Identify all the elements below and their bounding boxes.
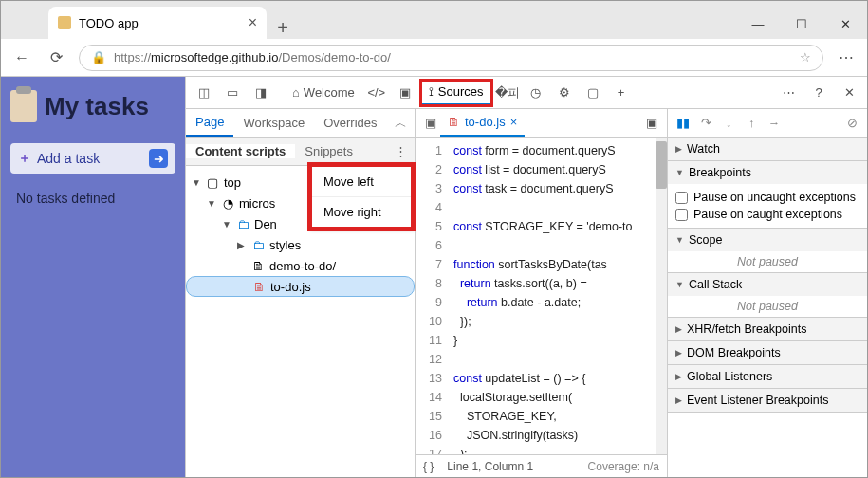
refresh-button[interactable]: ⟳ — [45, 48, 67, 66]
editor-file-tab[interactable]: 🗎 to-do.js × — [440, 109, 525, 137]
url-bar: ← ⟳ 🔒 https://microsoftedge.github.io/De… — [1, 39, 867, 77]
step-into-icon[interactable]: ↓ — [719, 117, 738, 130]
site-info-icon[interactable]: 🔒 — [91, 50, 106, 64]
tab-add-icon[interactable]: + — [609, 85, 634, 100]
section-xhr[interactable]: ▶XHR/fetch Breakpoints — [668, 318, 867, 340]
help-icon[interactable]: ? — [806, 85, 831, 100]
section-event[interactable]: ▶Event Listener Breakpoints — [668, 389, 867, 412]
step-over-icon[interactable]: ↷ — [696, 116, 715, 130]
address-field[interactable]: 🔒 https://microsoftedge.github.io/Demos/… — [79, 45, 823, 71]
ctx-move-right[interactable]: Move right — [312, 197, 411, 227]
code-editor: ▣ 🗎 to-do.js × ▣ 12345678910111213141516… — [416, 109, 668, 477]
close-window-button[interactable]: ✕ — [823, 9, 867, 39]
ctx-move-left[interactable]: Move left — [312, 167, 411, 197]
callstack-not-paused: Not paused — [668, 296, 867, 317]
add-task-button[interactable]: ＋ Add a task ➜ — [10, 143, 175, 174]
devtools-panel: ◫ ▭ ◨ ⌂Welcome </> ▣ ⟟ Sources �피 ◷ ⚙ ▢ … — [185, 77, 867, 477]
editor-toggle-icon[interactable]: ▣ — [642, 116, 661, 130]
deactivate-bp-icon[interactable]: ⊘ — [842, 116, 861, 130]
home-icon: ⌂ — [292, 85, 300, 100]
submit-icon[interactable]: ➜ — [149, 149, 168, 168]
tab-application-icon[interactable]: ▢ — [581, 85, 605, 100]
tab-performance-icon[interactable]: ◷ — [524, 85, 548, 100]
editor-status-bar: { } Line 1, Column 1 Coverage: n/a — [416, 454, 667, 477]
clipboard-icon — [10, 90, 37, 122]
device-icon[interactable]: ▭ — [220, 85, 245, 100]
sources-navigator: Page Workspace Overrides ︿ Content scrip… — [186, 109, 416, 477]
back-button[interactable]: ← — [10, 49, 33, 66]
tab-network-icon[interactable]: �피 — [495, 84, 520, 101]
devtools-toolbar: ◫ ▭ ◨ ⌂Welcome </> ▣ ⟟ Sources �피 ◷ ⚙ ▢ … — [186, 77, 867, 109]
nav-tab-workspace[interactable]: Workspace — [233, 109, 314, 137]
debug-controls: ▮▮ ↷ ↓ ↑ → ⊘ — [668, 109, 867, 138]
tree-item-folder2[interactable]: ▶🗀styles — [186, 234, 415, 255]
inspect-icon[interactable]: ◫ — [192, 85, 216, 100]
nav-more-icon[interactable]: ⋮ — [387, 144, 415, 158]
empty-state-text: No tasks defined — [10, 191, 175, 206]
tab-title: TODO app — [79, 16, 139, 30]
section-breakpoints[interactable]: ▼Breakpoints — [668, 161, 867, 184]
window-titlebar: TODO app × + — ☐ ✕ — [1, 1, 867, 39]
step-out-icon[interactable]: ↑ — [742, 117, 761, 130]
section-callstack[interactable]: ▼Call Stack — [668, 273, 867, 296]
nav-collapse-icon[interactable]: ︿ — [387, 115, 415, 132]
url-path: /Demos/demo-to-do/ — [278, 50, 391, 64]
pause-uncaught-checkbox[interactable]: Pause on uncaught exceptions — [675, 189, 859, 206]
page-title: My tasks — [45, 92, 149, 121]
nav-sub-snippets[interactable]: Snippets — [295, 144, 362, 158]
file-nav-icon[interactable]: ▣ — [421, 116, 440, 130]
tab-elements-icon[interactable]: </> — [364, 85, 389, 100]
devtools-close-icon[interactable]: ✕ — [837, 85, 861, 100]
section-watch[interactable]: ▶Watch — [668, 138, 867, 160]
scope-not-paused: Not paused — [668, 251, 867, 272]
url-host: microsoftedge.github.io — [151, 50, 278, 64]
menu-button[interactable]: ⋯ — [835, 48, 858, 66]
tree-item-file1[interactable]: 🗎demo-to-do/ — [186, 255, 415, 276]
page-content: My tasks ＋ Add a task ➜ No tasks defined — [1, 77, 185, 477]
new-tab-button[interactable]: + — [267, 17, 299, 39]
favorite-icon[interactable]: ☆ — [800, 50, 811, 64]
window-controls: — ☐ ✕ — [736, 9, 867, 39]
tab-memory-icon[interactable]: ⚙ — [552, 85, 577, 100]
scrollbar-thumb[interactable] — [656, 141, 667, 189]
tab-welcome[interactable]: ⌂Welcome — [286, 85, 360, 100]
section-scope[interactable]: ▼Scope — [668, 229, 867, 251]
bug-icon: ⟟ — [429, 84, 434, 100]
url-scheme: https:// — [114, 50, 151, 64]
coverage-status: Coverage: n/a — [588, 460, 659, 473]
minimize-button[interactable]: — — [736, 9, 780, 39]
bracket-icon[interactable]: { } — [423, 460, 434, 473]
nav-sub-content-scripts[interactable]: Content scripts — [186, 144, 295, 158]
nav-tab-page[interactable]: Page — [186, 109, 233, 137]
nav-tab-overrides[interactable]: Overrides — [314, 109, 386, 137]
section-global[interactable]: ▶Global Listeners — [668, 365, 867, 388]
close-file-icon[interactable]: × — [510, 115, 518, 129]
debugger-pane: ▮▮ ↷ ↓ ↑ → ⊘ ▶Watch ▼Breakpoints Pause o… — [668, 109, 867, 477]
code-area[interactable]: 12345678910111213141516171819 const form… — [416, 138, 667, 454]
context-menu: Move left Move right — [309, 164, 414, 230]
section-dom[interactable]: ▶DOM Breakpoints — [668, 341, 867, 364]
cursor-position: Line 1, Column 1 — [447, 460, 533, 473]
browser-tab[interactable]: TODO app × — [48, 7, 267, 39]
pause-icon[interactable]: ▮▮ — [674, 116, 693, 130]
tab-close-button[interactable]: × — [249, 14, 257, 31]
tab-sources[interactable]: ⟟ Sources — [421, 81, 491, 105]
maximize-button[interactable]: ☐ — [780, 9, 823, 39]
more-tools-icon[interactable]: ⋯ — [776, 85, 801, 100]
tree-item-file2-selected[interactable]: 🗎to-do.js — [186, 276, 415, 297]
add-task-label: Add a task — [37, 151, 100, 166]
pause-caught-checkbox[interactable]: Pause on caught exceptions — [675, 206, 859, 223]
step-icon[interactable]: → — [765, 117, 784, 130]
favicon-icon — [58, 16, 71, 29]
tab-console-icon[interactable]: ▣ — [393, 85, 417, 100]
dock-icon[interactable]: ◨ — [249, 85, 273, 100]
